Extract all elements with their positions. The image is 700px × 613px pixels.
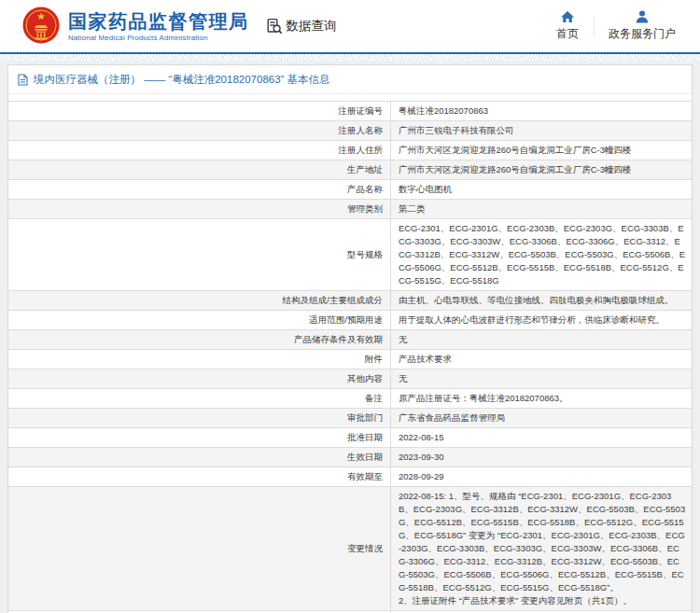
row-value: 产品技术要求 bbox=[391, 350, 692, 369]
header-separator bbox=[0, 52, 700, 61]
agency-name-en: National Medical Products Administration bbox=[68, 34, 249, 42]
nav-item-portal[interactable]: 政务服务门户 bbox=[594, 10, 691, 42]
row-label: 结构及组成/主要组成成分 bbox=[8, 291, 391, 310]
row-value: ECG-2301、ECG-2301G、ECG-2303B、ECG-2303G、E… bbox=[391, 219, 692, 290]
table-row-structure-composition: 结构及组成/主要组成成分 由主机、心电导联线、等电位接地线、四肢电极夹和胸电极吸… bbox=[8, 291, 692, 311]
table-row-management-class: 管理类别 第二类 bbox=[8, 200, 692, 219]
page-title: 境内医疗器械（注册） —— “粤械注准20182070863” 基本信息 bbox=[34, 73, 330, 87]
row-value: 数字心电图机 bbox=[391, 180, 692, 199]
row-label: 审批部门 bbox=[8, 409, 391, 427]
row-label: 有效期至 bbox=[8, 467, 391, 486]
row-value: 广州市天河区龙洞迎龙路260号自编龙洞工业厂房C-3幢四楼 bbox=[391, 141, 692, 160]
row-label: 批准日期 bbox=[8, 428, 391, 447]
home-icon bbox=[560, 10, 575, 23]
row-label: 其他内容 bbox=[8, 369, 391, 388]
site-header: 国家药品监督管理局 National Medical Products Admi… bbox=[0, 0, 700, 52]
row-value: 无 bbox=[391, 369, 692, 388]
row-label: 产品储存条件及有效期 bbox=[8, 330, 391, 349]
table-row-product-name: 产品名称 数字心电图机 bbox=[8, 180, 692, 200]
agency-name-zh: 国家药品监督管理局 bbox=[68, 11, 249, 32]
row-label: 产品名称 bbox=[8, 180, 391, 199]
row-label: 注册人名称 bbox=[8, 121, 391, 140]
table-row-attachment: 附件 产品技术要求 bbox=[8, 350, 692, 369]
page-title-bar: 境内医疗器械（注册） —— “粤械注准20182070863” 基本信息 bbox=[8, 65, 692, 94]
table-row-intended-use: 适用范围/预期用途 用于提取人体的心电波群进行形态和节律分析，供临床诊断和研究。 bbox=[8, 311, 692, 330]
row-value: 粤械注准20182070863 bbox=[391, 102, 692, 120]
document-icon bbox=[18, 74, 28, 86]
row-value: 无 bbox=[391, 330, 692, 349]
detail-card: 境内医疗器械（注册） —— “粤械注准20182070863” 基本信息 注册证… bbox=[7, 64, 693, 613]
row-value: 广州市三锐电子科技有限公司 bbox=[391, 121, 692, 140]
row-value: 2028-09-29 bbox=[391, 467, 692, 486]
agency-titles: 国家药品监督管理局 National Medical Products Admi… bbox=[68, 11, 249, 42]
table-row-change-history: 变更情况 2022-08-15: 1、型号、规格由 “ECG-2301、ECG-… bbox=[8, 487, 692, 611]
table-row-registrant-name: 注册人名称 广州市三锐电子科技有限公司 bbox=[8, 121, 692, 141]
row-value: 由主机、心电导联线、等电位接地线、四肢电极夹和胸电极吸球组成。 bbox=[391, 291, 692, 310]
national-emblem-icon bbox=[22, 7, 60, 46]
row-value: 2022-08-15 bbox=[391, 428, 692, 447]
table-row-effective-date: 生效日期 2023-09-30 bbox=[8, 448, 692, 467]
row-label: 备注 bbox=[8, 389, 391, 408]
person-icon bbox=[635, 10, 650, 23]
row-label: 适用范围/预期用途 bbox=[8, 311, 391, 329]
row-label: 管理类别 bbox=[8, 200, 391, 218]
table-row-production-address: 生产地址 广州市天河区龙洞迎龙路260号自编龙洞工业厂房C-3幢四楼 bbox=[8, 160, 692, 180]
table-row-remark: 备注 原产品注册证号：粤械注准20182070863。 bbox=[8, 389, 692, 409]
row-label: 附件 bbox=[8, 350, 391, 369]
row-value: 广州市天河区龙洞迎龙路260号自编龙洞工业厂房C-3幢四楼 bbox=[391, 160, 692, 179]
row-label: 生效日期 bbox=[8, 448, 391, 467]
data-query-label: 数据查询 bbox=[287, 18, 337, 35]
table-row-model-specs: 型号规格 ECG-2301、ECG-2301G、ECG-2303B、ECG-23… bbox=[8, 219, 692, 291]
row-value: 2023-09-30 bbox=[391, 448, 692, 467]
data-query-button[interactable]: 数据查询 bbox=[266, 18, 337, 35]
row-value: 第二类 bbox=[391, 200, 692, 218]
table-row-approval-date: 批准日期 2022-08-15 bbox=[8, 428, 692, 448]
row-value: 2022-08-15: 1、型号、规格由 “ECG-2301、ECG-2301G… bbox=[391, 487, 692, 610]
row-label: 变更情况 bbox=[8, 487, 391, 610]
table-row-registrant-address: 注册人住所 广州市天河区龙洞迎龙路260号自编龙洞工业厂房C-3幢四楼 bbox=[8, 141, 692, 160]
doc-search-icon bbox=[266, 18, 283, 35]
row-label: 注册证编号 bbox=[8, 102, 391, 120]
table-row-reg-cert-no: 注册证编号 粤械注准20182070863 bbox=[8, 102, 692, 121]
row-label: 注册人住所 bbox=[8, 141, 391, 160]
nav-item-home[interactable]: 首页 bbox=[541, 10, 594, 42]
agency-logo: 国家药品监督管理局 National Medical Products Admi… bbox=[22, 7, 249, 46]
nav-item-home-label: 首页 bbox=[556, 26, 579, 42]
table-row-storage-validity: 产品储存条件及有效期 无 bbox=[8, 330, 692, 350]
nav-item-portal-label: 政务服务门户 bbox=[609, 26, 676, 42]
registration-info-table: 注册证编号 粤械注准20182070863 注册人名称 广州市三锐电子科技有限公… bbox=[8, 101, 692, 613]
table-row-expiry-date: 有效期至 2028-09-29 bbox=[8, 467, 692, 487]
table-row-other-content: 其他内容 无 bbox=[8, 369, 692, 389]
table-row-approval-department: 审批部门 广东省食品药品监督管理局 bbox=[8, 409, 692, 428]
top-nav: 首页 政务服务门户 bbox=[541, 10, 691, 42]
row-value: 广东省食品药品监督管理局 bbox=[391, 409, 692, 427]
row-label: 生产地址 bbox=[8, 160, 391, 179]
row-value: 原产品注册证号：粤械注准20182070863。 bbox=[391, 389, 692, 408]
row-label: 型号规格 bbox=[8, 219, 391, 290]
row-value: 用于提取人体的心电波群进行形态和节律分析，供临床诊断和研究。 bbox=[391, 311, 692, 329]
